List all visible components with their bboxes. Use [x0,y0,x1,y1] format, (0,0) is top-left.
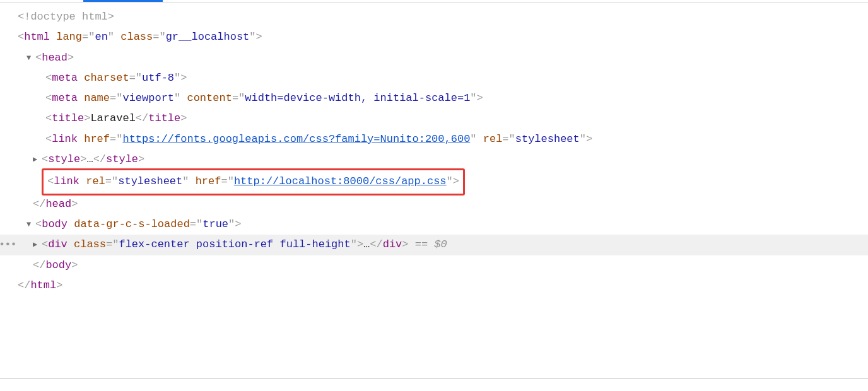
chevron-down-icon[interactable]: ▼ [26,218,34,232]
selection-marker: == $0 [409,238,447,250]
link-fonts[interactable]: <link href="https://fonts.googleapis.com… [0,129,868,149]
chevron-down-icon[interactable]: ▼ [26,51,34,66]
font-url-link[interactable]: https://fonts.googleapis.com/css?family=… [122,133,470,145]
head-close-tag[interactable]: </head> [0,194,868,214]
dom-tree: <!doctype html> <html lang="en" class="g… [0,3,868,308]
tab-strip [0,0,868,3]
title-tag[interactable]: <title>Laravel</title> [0,108,868,129]
highlight-box: <link rel="stylesheet" href="http://loca… [42,168,465,195]
meta-charset[interactable]: <meta charset="utf-8"> [0,68,868,88]
gutter-dots-icon: ••• [0,235,16,255]
link-app-css[interactable]: <link rel="stylesheet" href="http://loca… [0,170,868,194]
app-css-url-link[interactable]: http://localhost:8000/css/app.css [234,175,447,187]
html-open-tag[interactable]: <html lang="en" class="gr__localhost"> [0,27,868,47]
doctype-line[interactable]: <!doctype html> [0,7,868,27]
selected-div-line[interactable]: ••• ▶<div class="flex-center position-re… [0,235,868,255]
body-open-tag[interactable]: ▼<body data-gr-c-s-loaded="true"> [0,214,868,235]
body-close-tag[interactable]: </body> [0,255,868,276]
html-close-tag[interactable]: </html> [0,276,868,296]
head-open-tag[interactable]: ▼<head> [0,48,868,68]
active-tab-indicator [83,0,163,2]
meta-viewport[interactable]: <meta name="viewport" content="width=dev… [0,88,868,108]
chevron-right-icon[interactable]: ▶ [33,238,40,252]
chevron-right-icon[interactable]: ▶ [33,153,40,167]
doctype-text: <!doctype html> [18,11,114,23]
style-collapsed[interactable]: ▶<style>…</style> [0,149,868,170]
